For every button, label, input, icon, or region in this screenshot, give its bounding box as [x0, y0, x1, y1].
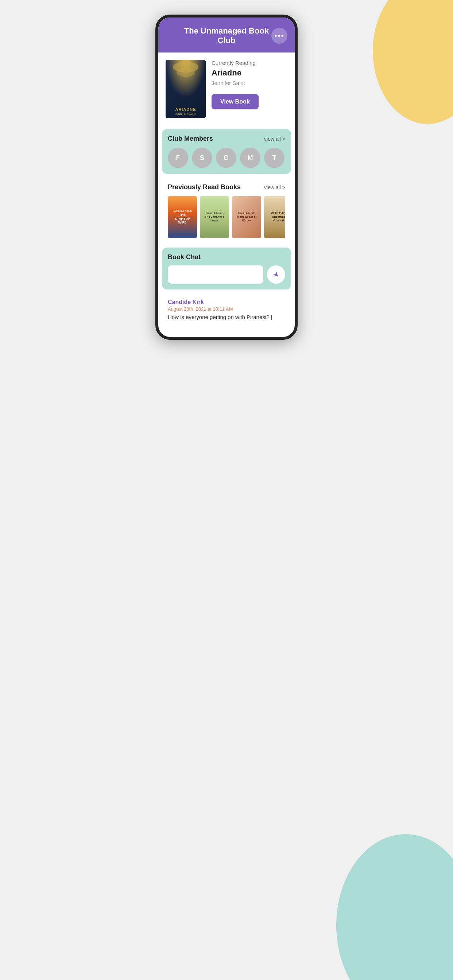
- member-avatar-t[interactable]: T: [264, 148, 284, 168]
- chat-send-button[interactable]: ➤: [267, 266, 285, 284]
- currently-reading-label: Currently Reading: [212, 60, 287, 66]
- japanese-lover-cover-inner: Isabel Allende The Japanese Lover: [201, 197, 228, 237]
- member-avatar-f[interactable]: F: [168, 148, 188, 168]
- previously-read-title: Previously Read Books: [168, 183, 241, 191]
- ariadne-cover-title: ARIADNE: [175, 107, 196, 112]
- current-book-title: Ariadne: [212, 68, 287, 78]
- previously-read-section: Previously Read Books view all > Tahmima…: [162, 178, 291, 244]
- chat-message-text: How is everyone getting on with Piranesi…: [168, 314, 285, 320]
- phone-frame: The Unmanaged Book Club ••• ARIADNE JENN…: [155, 14, 298, 340]
- book-chat-title: Book Chat: [168, 253, 201, 261]
- club-members-title: Club Members: [168, 135, 213, 143]
- in-midst-title: In the Midst of Winter: [235, 215, 258, 222]
- member-avatar-g[interactable]: G: [216, 148, 236, 168]
- japanese-lover-title: The Japanese Lover: [203, 215, 226, 222]
- current-book-cover: ARIADNE JENNIFER SAINT: [166, 60, 206, 118]
- chat-message-author: Candide Kirk: [168, 299, 204, 305]
- previously-read-view-all[interactable]: view all >: [264, 185, 285, 190]
- currently-reading-section: ARIADNE JENNIFER SAINT Currently Reading…: [158, 52, 295, 126]
- ariadne-cover-art: ARIADNE JENNIFER SAINT: [166, 60, 206, 118]
- current-book-info: Currently Reading Ariadne Jennifer Saint…: [212, 60, 287, 110]
- menu-button[interactable]: •••: [271, 28, 287, 44]
- bg-decoration-teal: [336, 834, 453, 980]
- members-list: F S G M T IB: [168, 148, 285, 168]
- books-scroll: Tahmima Anam THE STARTUP WIFE Isabel All…: [168, 196, 285, 238]
- book-startup-wife[interactable]: Tahmima Anam THE STARTUP WIFE: [168, 196, 197, 238]
- book-japanese-lover[interactable]: Isabel Allende The Japanese Lover: [200, 196, 229, 238]
- chat-input[interactable]: [168, 266, 263, 284]
- bg-decoration-orange: [373, 0, 453, 124]
- chat-message-timestamp: August 28th, 2021 at 10:11 AM: [168, 306, 285, 312]
- member-avatar-m[interactable]: M: [240, 148, 260, 168]
- member-avatar-s[interactable]: S: [192, 148, 212, 168]
- bottom-space: [158, 329, 295, 337]
- startup-wife-title: THE STARTUP WIFE: [171, 213, 194, 224]
- club-members-header: Club Members view all >: [168, 135, 285, 143]
- club-members-section: Club Members view all > F S G M T IB: [162, 129, 291, 174]
- header: The Unmanaged Book Club •••: [158, 18, 295, 52]
- current-book-author: Jennifer Saint: [212, 80, 287, 86]
- send-icon: ➤: [271, 269, 282, 280]
- chat-message-card: Candide Kirk August 28th, 2021 at 10:11 …: [162, 293, 291, 326]
- app-title: The Unmanaged Book Club: [182, 26, 271, 45]
- unsettled-cover-inner: Claire Fuller Unsettled Ground: [266, 197, 285, 237]
- view-book-button[interactable]: View Book: [212, 94, 258, 110]
- startup-wife-author: Tahmima Anam: [173, 210, 191, 212]
- club-members-view-all[interactable]: view all >: [264, 136, 285, 142]
- book-in-midst-of-winter[interactable]: Isabel Allende In the Midst of Winter: [232, 196, 261, 238]
- chat-input-row: ➤: [168, 266, 285, 284]
- ariadne-cover-author: JENNIFER SAINT: [175, 113, 196, 115]
- unsettled-author: Claire Fuller: [271, 212, 285, 215]
- book-unsettled-ground[interactable]: Claire Fuller Unsettled Ground: [264, 196, 285, 238]
- unsettled-title: Unsettled Ground: [267, 215, 285, 222]
- book-chat-section: Book Chat ➤: [162, 248, 291, 290]
- in-midst-author: Isabel Allende: [238, 212, 255, 215]
- startup-wife-cover-inner: Tahmima Anam THE STARTUP WIFE: [169, 198, 196, 236]
- dots-icon: •••: [274, 32, 284, 40]
- in-midst-cover-inner: Isabel Allende In the Midst of Winter: [233, 197, 260, 237]
- previously-read-header: Previously Read Books view all >: [168, 183, 285, 191]
- japanese-lover-author: Isabel Allende: [206, 212, 223, 215]
